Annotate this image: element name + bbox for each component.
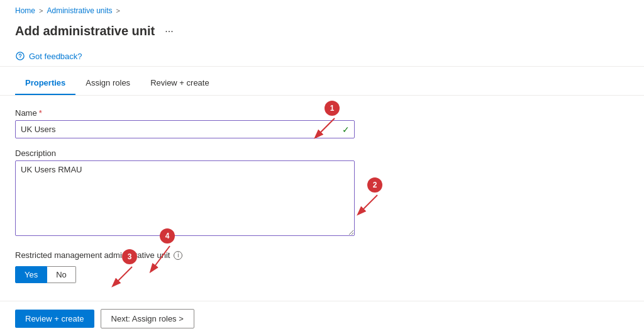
bottom-bar: Review + create Next: Assign roles > [0, 301, 644, 336]
name-checkmark-icon: ✓ [342, 125, 350, 135]
description-textarea[interactable] [15, 160, 355, 236]
page-header: Add administrative unit ··· [0, 21, 644, 46]
breadcrumb: Home > Administrative units > [0, 0, 644, 21]
restricted-section: Restricted management administrative uni… [15, 250, 362, 283]
name-label: Name* [15, 108, 362, 118]
restricted-label: Restricted management administrative uni… [15, 250, 362, 260]
svg-point-0 [16, 52, 24, 60]
tab-assign-roles[interactable]: Assign roles [75, 72, 140, 95]
feedback-bar[interactable]: Got feedback? [0, 46, 644, 67]
next-assign-roles-button[interactable]: Next: Assign roles > [101, 309, 194, 328]
breadcrumb-sep1: > [39, 7, 43, 14]
toggle-yes-button[interactable]: Yes [15, 266, 47, 283]
feedback-icon [15, 51, 25, 61]
name-input[interactable] [15, 120, 355, 138]
svg-point-1 [19, 57, 20, 58]
tab-properties[interactable]: Properties [15, 72, 75, 95]
breadcrumb-admin-units[interactable]: Administrative units [47, 6, 112, 15]
description-field-group: Description [15, 148, 362, 238]
required-indicator: * [39, 108, 42, 118]
tabs-container: Properties Assign roles Review + create [0, 72, 644, 96]
form-area: Name* ✓ Description Restricted managemen… [0, 96, 377, 296]
name-field-group: Name* ✓ [15, 108, 362, 138]
page-title: Add administrative unit [15, 24, 155, 38]
ellipsis-button[interactable]: ··· [161, 25, 177, 38]
info-icon[interactable]: i [174, 251, 182, 260]
description-label: Description [15, 148, 362, 158]
feedback-label: Got feedback? [29, 52, 82, 61]
breadcrumb-sep2: > [116, 7, 120, 14]
name-input-wrapper: ✓ [15, 120, 355, 138]
review-create-button[interactable]: Review + create [15, 310, 94, 328]
toggle-group: Yes No [15, 266, 362, 283]
breadcrumb-home[interactable]: Home [15, 6, 35, 15]
toggle-no-button[interactable]: No [47, 266, 76, 283]
tab-review-create[interactable]: Review + create [140, 72, 219, 95]
